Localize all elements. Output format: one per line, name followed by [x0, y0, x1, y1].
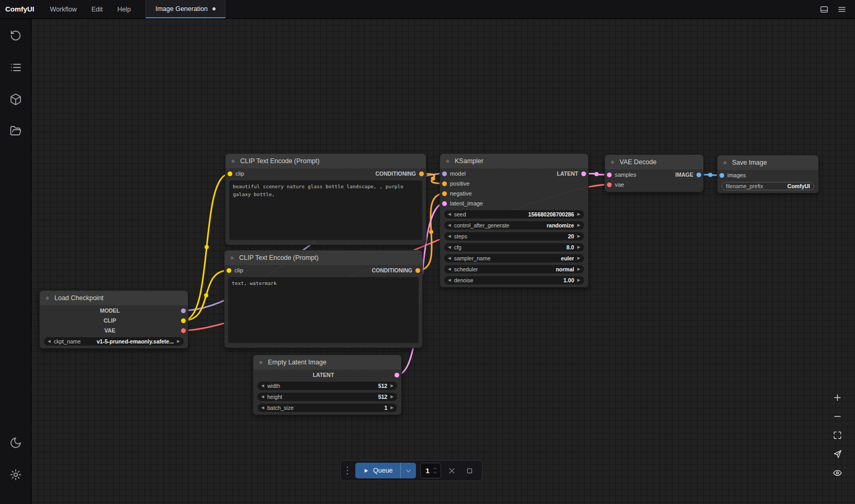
- collapse-dot[interactable]: [231, 159, 235, 164]
- zoom-out-icon[interactable]: [833, 411, 842, 421]
- node-empty-latent[interactable]: Empty Latent ImageLATENT ◀ width 512 ▶ ◀…: [253, 354, 402, 415]
- collapse-dot[interactable]: [723, 161, 727, 165]
- widget-seed[interactable]: ◀ seed 156680208700286 ▶: [444, 210, 584, 219]
- node-title-bar[interactable]: Load Checkpoint: [40, 291, 188, 305]
- menu-edit[interactable]: Edit: [84, 0, 110, 18]
- decrement-arrow-icon[interactable]: ◀: [448, 278, 451, 282]
- increment-arrow-icon[interactable]: ▶: [390, 395, 393, 399]
- node-title-bar[interactable]: Save Image: [717, 155, 818, 170]
- increment-arrow-icon[interactable]: ▶: [177, 339, 180, 343]
- clear-queue-button[interactable]: [445, 464, 459, 477]
- increment-arrow-icon[interactable]: ▶: [577, 234, 580, 238]
- increment-arrow-icon[interactable]: ▶: [577, 256, 580, 260]
- widget-width[interactable]: ◀ width 512 ▶: [257, 382, 397, 390]
- theme-moon-icon[interactable]: [9, 437, 22, 449]
- increment-arrow-icon[interactable]: ▶: [577, 245, 580, 249]
- fit-view-icon[interactable]: [833, 430, 842, 440]
- collapse-dot[interactable]: [610, 160, 615, 165]
- widget-sampler_name[interactable]: ◀ sampler_name euler ▶: [444, 254, 584, 262]
- collapse-dot[interactable]: [445, 159, 450, 164]
- output-slot-LATENT[interactable]: [395, 373, 399, 377]
- node-clip-encode-negative[interactable]: CLIP Text Encode (Prompt) clipCONDITIONI…: [224, 250, 423, 348]
- increment-arrow-icon[interactable]: ▶: [577, 278, 580, 282]
- node-title-bar[interactable]: VAE Decode: [605, 155, 703, 169]
- node-title-bar[interactable]: CLIP Text Encode (Prompt): [224, 250, 422, 265]
- node-save-image[interactable]: Save Image images filename_prefix ComfyU…: [717, 155, 819, 193]
- collapse-dot[interactable]: [258, 360, 263, 365]
- decrement-arrow-icon[interactable]: ◀: [261, 395, 264, 399]
- increment-arrow-icon[interactable]: ▶: [577, 223, 580, 227]
- zoom-in-icon[interactable]: [833, 393, 842, 403]
- history-icon[interactable]: [9, 29, 22, 42]
- prompt-textarea[interactable]: text, watermark: [228, 277, 419, 343]
- decrement-arrow-icon[interactable]: ◀: [448, 245, 451, 249]
- widget-ckpt_name[interactable]: ◀ ckpt_name v1-5-pruned-emaonly.safete..…: [44, 337, 184, 346]
- node-title-bar[interactable]: KSampler: [440, 154, 588, 168]
- pointer-select-icon[interactable]: [833, 449, 842, 459]
- input-slot-negative[interactable]: [442, 191, 447, 196]
- batch-count-input[interactable]: 1: [420, 463, 441, 478]
- node-title-bar[interactable]: Empty Latent Image: [253, 355, 401, 370]
- input-slot-clip[interactable]: [227, 268, 231, 273]
- queue-list-icon[interactable]: [9, 61, 22, 74]
- decrement-arrow-icon[interactable]: ◀: [448, 267, 451, 271]
- decrement-arrow-icon[interactable]: ◀: [448, 234, 451, 238]
- input-slot-label: clip: [234, 267, 243, 273]
- node-clip-encode-positive[interactable]: CLIP Text Encode (Prompt) clipCONDITIONI…: [225, 153, 426, 245]
- decrement-arrow-icon[interactable]: ◀: [448, 212, 451, 216]
- output-slot-CONDITIONING[interactable]: [419, 171, 424, 176]
- decrement-arrow-icon[interactable]: ◀: [48, 339, 51, 343]
- output-slot-CONDITIONING[interactable]: [415, 268, 420, 273]
- queue-options-chevron-icon[interactable]: [400, 463, 416, 478]
- queue-button[interactable]: Queue: [355, 463, 400, 478]
- increment-arrow-icon[interactable]: ▶: [577, 267, 580, 271]
- widget-height[interactable]: ◀ height 512 ▶: [257, 393, 397, 401]
- widget-scheduler[interactable]: ◀ scheduler normal ▶: [444, 265, 584, 273]
- toggle-visibility-eye-icon[interactable]: [833, 468, 842, 478]
- input-slot-clip[interactable]: [228, 171, 232, 176]
- increment-arrow-icon[interactable]: ▶: [390, 384, 393, 388]
- bottom-panel-toggle-icon[interactable]: [817, 3, 831, 16]
- input-slot-positive[interactable]: [442, 181, 447, 186]
- node-vae-decode[interactable]: VAE Decode samplesIMAGE vae: [604, 154, 704, 192]
- model-library-icon[interactable]: [9, 93, 22, 106]
- output-slot-MODEL[interactable]: [181, 308, 186, 313]
- input-slot-images[interactable]: [719, 173, 724, 178]
- widget-denoise[interactable]: ◀ denoise 1.00 ▶: [444, 276, 584, 284]
- increment-arrow-icon[interactable]: ▶: [577, 212, 580, 216]
- input-slot-model[interactable]: [442, 171, 447, 176]
- workflows-folder-icon[interactable]: [9, 125, 22, 138]
- decrement-arrow-icon[interactable]: ◀: [261, 406, 264, 410]
- decrement-arrow-icon[interactable]: ◀: [448, 223, 451, 227]
- decrement-arrow-icon[interactable]: ◀: [448, 256, 451, 260]
- widget-control_after_generate[interactable]: ◀ control_after_generate randomize ▶: [444, 221, 584, 230]
- collapse-dot[interactable]: [45, 296, 50, 301]
- menu-workflow[interactable]: Workflow: [43, 0, 84, 18]
- batch-count-steppers[interactable]: [432, 466, 438, 475]
- node-title-bar[interactable]: CLIP Text Encode (Prompt): [226, 154, 426, 168]
- input-slot-vae[interactable]: [607, 182, 612, 187]
- output-slot-VAE[interactable]: [181, 328, 186, 333]
- graph-canvas[interactable]: Load CheckpointMODEL CLIP VAE ◀ ckpt_nam…: [31, 19, 855, 504]
- settings-gear-icon[interactable]: [9, 468, 22, 481]
- increment-arrow-icon[interactable]: ▶: [390, 406, 393, 410]
- node-ksampler[interactable]: KSampler modelLATENT positive negative l…: [440, 153, 589, 288]
- widget-steps[interactable]: ◀ steps 20 ▶: [444, 232, 584, 240]
- decrement-arrow-icon[interactable]: ◀: [261, 384, 264, 388]
- input-slot-samples[interactable]: [607, 173, 612, 177]
- hamburger-menu-icon[interactable]: [835, 3, 849, 16]
- drag-handle-icon[interactable]: [344, 465, 351, 476]
- collapse-dot[interactable]: [230, 256, 234, 260]
- widget-batch_size[interactable]: ◀ batch_size 1 ▶: [257, 404, 397, 412]
- output-slot-IMAGE[interactable]: [696, 173, 701, 177]
- output-slot-LATENT[interactable]: [581, 171, 586, 176]
- menu-help[interactable]: Help: [110, 0, 138, 18]
- output-slot-CLIP[interactable]: [181, 318, 186, 323]
- prompt-textarea[interactable]: beautiful scenery nature glass bottle la…: [229, 180, 422, 240]
- stop-button[interactable]: [463, 464, 477, 477]
- node-load-checkpoint[interactable]: Load CheckpointMODEL CLIP VAE ◀ ckpt_nam…: [39, 290, 188, 349]
- tab-image-generation[interactable]: Image Generation: [145, 0, 226, 18]
- widget-cfg[interactable]: ◀ cfg 8.0 ▶: [444, 243, 584, 251]
- widget-filename_prefix[interactable]: filename_prefix ComfyUI: [722, 182, 814, 190]
- input-slot-latent_image[interactable]: [442, 201, 447, 206]
